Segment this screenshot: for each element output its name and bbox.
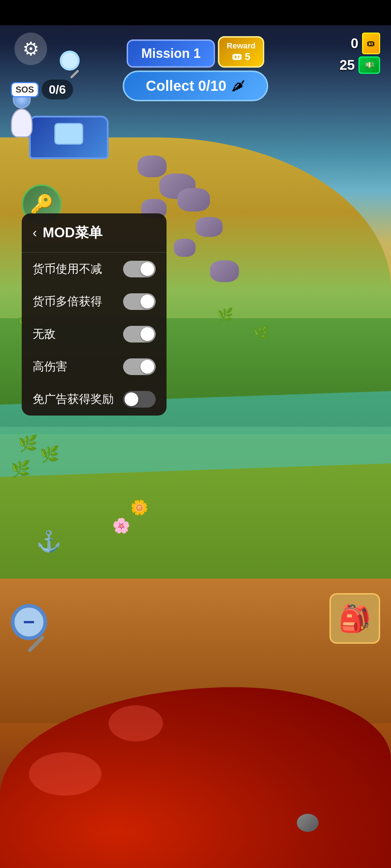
toggle-invincible[interactable] [123, 326, 156, 342]
rock-6 [174, 239, 196, 257]
gear-icon: ⚙ [22, 38, 39, 60]
backpack-icon: 🎒 [339, 603, 371, 634]
game-container: 🌿 🌿 🌿 🌿 🌿 🌿 🌿 🌼 🌸 ⚓ ⚙ Mission 1 [0, 0, 391, 868]
rock-4 [177, 188, 210, 212]
reward-badge: Reward 🎟 5 [218, 36, 264, 68]
mod-menu-header: ‹ MOD菜单 [22, 213, 167, 253]
rock-1 [138, 156, 167, 177]
mod-label-5: 免广告获得奖励 [33, 391, 114, 407]
rock-7 [210, 260, 239, 282]
magnifier-circle: − [11, 604, 47, 640]
zoom-out-magnifier[interactable]: − [11, 604, 47, 655]
top-bar [0, 0, 391, 25]
cash-row: 25 💵 [340, 56, 380, 74]
collect-bar[interactable]: Collect 0/10 🌶 [123, 71, 268, 101]
cash-icon: 💵 [358, 56, 380, 74]
toggle-knob-3 [140, 327, 154, 341]
settings-button[interactable]: ⚙ [14, 33, 47, 65]
minus-icon: − [23, 612, 35, 632]
sos-badge: SOS [11, 82, 39, 97]
chili-icon: 🌶 [231, 78, 245, 94]
red-spot-2 [109, 705, 163, 741]
toggle-knob-2 [140, 295, 154, 309]
vehicle-window [54, 123, 83, 145]
mod-item-no-ad-reward: 免广告获得奖励 [22, 383, 167, 416]
player-count: 0/6 [42, 80, 73, 99]
mission-area: Mission 1 Reward 🎟 5 Collect 0/10 🌶 [123, 36, 268, 101]
mission-reward-row: Mission 1 Reward 🎟 5 [127, 36, 264, 68]
player-counter: SOS 0/6 [11, 80, 73, 99]
cash-amount: 25 [340, 58, 355, 73]
mod-item-high-damage: 高伤害 [22, 350, 167, 383]
toggle-knob-5 [125, 392, 138, 406]
magnifier-search-icon [60, 51, 80, 80]
toggle-knob-4 [140, 360, 154, 374]
grass-4: 🌿 [253, 326, 270, 341]
blue-vehicle [29, 116, 109, 174]
currency-display: 0 🎟 25 💵 [340, 33, 380, 74]
mod-menu: ‹ MOD菜单 货币使用不减 货币多倍获得 无敌 高伤害 [22, 213, 167, 416]
toggle-knob-1 [140, 262, 154, 276]
toggle-high-damage[interactable] [123, 358, 156, 375]
vehicle-body [29, 116, 109, 159]
grass-3: 🌿 [217, 307, 234, 323]
mod-item-currency-no-decrease: 货币使用不减 [22, 253, 167, 285]
plant-3: 🌿 [40, 445, 60, 464]
red-spot-1 [29, 752, 101, 796]
ticket-row: 0 🎟 [351, 33, 380, 54]
ticket-icon: 🎟 [362, 33, 380, 54]
plant-2: 🌿 [11, 459, 31, 478]
reward-label: Reward [227, 41, 255, 51]
mod-label-1: 货币使用不减 [33, 261, 102, 277]
astronaut-body [11, 109, 33, 137]
collect-text: Collect 0/10 [146, 78, 226, 94]
anvil-icon: ⚓ [36, 529, 62, 553]
flower-yellow: 🌼 [130, 499, 148, 516]
stone-bottom [297, 814, 319, 832]
key-icon: 🔑 [30, 193, 54, 216]
plant-1: 🌿 [18, 434, 38, 453]
mod-label-2: 货币多倍获得 [33, 294, 102, 310]
mod-menu-title: MOD菜单 [43, 224, 102, 242]
reward-value: 🎟 5 [232, 51, 250, 63]
back-arrow-icon: ‹ [33, 225, 37, 241]
rock-5 [196, 217, 223, 237]
mod-item-invincible: 无敌 [22, 318, 167, 350]
backpack-button[interactable]: 🎒 [329, 593, 380, 644]
mod-label-4: 高伤害 [33, 359, 67, 375]
ticket-amount: 0 [351, 36, 358, 51]
mod-item-currency-multiplier: 货币多倍获得 [22, 285, 167, 318]
flower-white: 🌸 [112, 517, 130, 534]
toggle-currency-multiplier[interactable] [123, 293, 156, 310]
mod-label-3: 无敌 [33, 326, 56, 342]
toggle-no-ad-reward[interactable] [123, 391, 156, 408]
toggle-currency-no-decrease[interactable] [123, 261, 156, 277]
mod-menu-back-button[interactable]: ‹ [33, 225, 37, 241]
mission-badge[interactable]: Mission 1 [127, 39, 215, 68]
